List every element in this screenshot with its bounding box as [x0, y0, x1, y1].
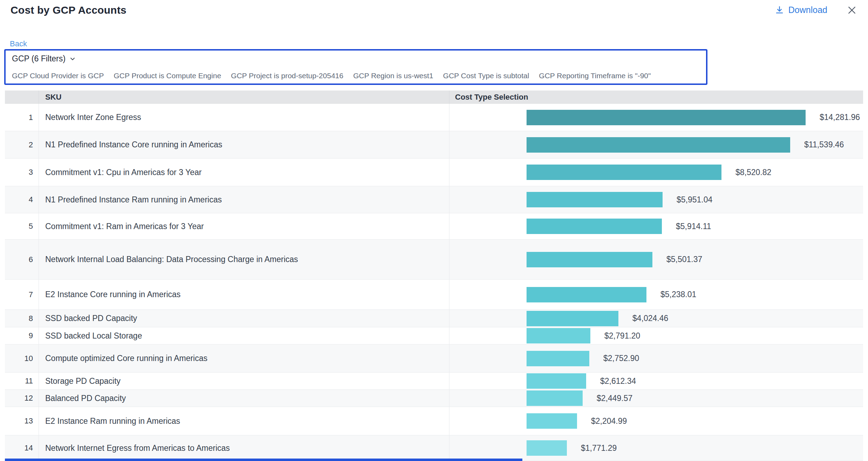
cost-value-label: $5,914.11 [676, 222, 711, 231]
table-row[interactable]: 6Network Internal Load Balancing: Data P… [5, 240, 863, 280]
cost-value-label: $1,771.29 [581, 443, 617, 453]
sku-name: Compute optimized Core running in Americ… [39, 345, 449, 372]
cost-bar-cell: $2,791.20 [449, 327, 863, 344]
cost-value-label: $2,204.99 [591, 416, 627, 426]
table-row[interactable]: 11Storage PD Capacity$2,612.34 [5, 373, 863, 390]
cost-value-label: $11,539.46 [804, 140, 844, 149]
chevron-down-icon [69, 55, 76, 62]
cost-value-label: $2,791.20 [604, 331, 640, 341]
table-row[interactable]: 5Commitment v1: Ram in Americas for 3 Ye… [5, 213, 863, 240]
filter-condition-3: GCP Project is prod-setup-205416 [231, 72, 344, 80]
table-row[interactable]: 1Network Inter Zone Egress$14,281.96 [5, 104, 863, 131]
cost-value-label: $5,951.04 [677, 195, 712, 205]
filter-group-box: GCP (6 Filters) GCP Cloud Provider is GC… [4, 49, 707, 85]
cost-bar[interactable] [527, 413, 577, 429]
cost-bar-cell: $5,914.11 [449, 213, 863, 239]
sku-name: Storage PD Capacity [39, 373, 449, 389]
sku-name: SSD backed PD Capacity [39, 310, 449, 327]
column-header-index [5, 91, 39, 104]
table-row[interactable]: 10Compute optimized Core running in Amer… [5, 345, 863, 373]
cost-value-label: $2,612.34 [600, 376, 636, 386]
cost-bar[interactable] [527, 287, 646, 302]
cost-table: SKU Cost Type Selection 1Network Inter Z… [5, 91, 863, 461]
cost-value-label: $8,520.82 [735, 168, 771, 177]
row-index: 2 [5, 131, 39, 158]
table-row[interactable]: 8SSD backed PD Capacity$4,024.46 [5, 310, 863, 327]
horizontal-scroll-indicator[interactable] [5, 459, 522, 461]
sku-name: E2 Instance Core running in Americas [39, 280, 449, 309]
row-index: 9 [5, 327, 39, 344]
row-index: 1 [5, 104, 39, 131]
cost-value-label: $5,238.01 [660, 290, 696, 299]
cost-bar[interactable] [527, 390, 583, 406]
cost-bar[interactable] [527, 165, 721, 180]
row-index: 14 [5, 435, 39, 461]
cost-bar[interactable] [527, 328, 590, 343]
sku-name: Balanced PD Capacity [39, 390, 449, 407]
back-link[interactable]: Back [10, 39, 27, 48]
sku-name: N1 Predefined Instance Core running in A… [39, 131, 449, 158]
column-header-sku[interactable]: SKU [39, 91, 449, 104]
table-row[interactable]: 14Network Internet Egress from Americas … [5, 435, 863, 461]
cost-bar-cell: $2,612.34 [449, 373, 863, 389]
row-index: 12 [5, 390, 39, 407]
filter-condition-1: GCP Cloud Provider is GCP [12, 72, 104, 80]
cost-bar-cell: $2,204.99 [449, 407, 863, 435]
table-header: SKU Cost Type Selection [5, 91, 863, 104]
table-row[interactable]: 13E2 Instance Ram running in Americas$2,… [5, 407, 863, 435]
cost-bar-cell: $5,501.37 [449, 240, 863, 279]
cost-value-label: $2,752.90 [603, 354, 639, 363]
table-row[interactable]: 3Commitment v1: Cpu in Americas for 3 Ye… [5, 159, 863, 186]
table-row[interactable]: 12Balanced PD Capacity$2,449.57 [5, 390, 863, 407]
filter-group-toggle[interactable]: GCP (6 Filters) [12, 54, 76, 64]
row-index: 13 [5, 407, 39, 435]
table-row[interactable]: 2N1 Predefined Instance Core running in … [5, 131, 863, 159]
cost-bar[interactable] [527, 219, 662, 234]
cost-bar[interactable] [527, 192, 663, 207]
top-actions: Download [775, 5, 857, 15]
row-index: 11 [5, 373, 39, 389]
cost-by-gcp-accounts-panel: Cost by GCP Accounts Download Back GCP (… [0, 0, 868, 461]
column-header-cost-type-selection[interactable]: Cost Type Selection [449, 91, 863, 104]
close-icon [847, 5, 857, 15]
download-label: Download [788, 5, 827, 15]
filter-condition-5: GCP Cost Type is subtotal [443, 72, 529, 80]
cost-bar-cell: $5,238.01 [449, 280, 863, 309]
cost-bar[interactable] [527, 110, 806, 125]
row-index: 3 [5, 159, 39, 186]
sku-name: Network Internal Load Balancing: Data Pr… [39, 240, 449, 279]
close-button[interactable] [847, 5, 857, 15]
filter-conditions: GCP Cloud Provider is GCPGCP Product is … [12, 72, 700, 80]
cost-bar[interactable] [527, 311, 618, 326]
row-index: 10 [5, 345, 39, 372]
cost-bar[interactable] [527, 137, 790, 153]
cost-bar[interactable] [527, 373, 586, 389]
cost-bar-cell: $11,539.46 [449, 131, 863, 158]
table-row[interactable]: 4N1 Predefined Instance Ram running in A… [5, 186, 863, 213]
cost-bar-cell: $14,281.96 [449, 104, 863, 131]
row-index: 5 [5, 213, 39, 239]
sku-name: Commitment v1: Ram in Americas for 3 Yea… [39, 213, 449, 239]
table-row[interactable]: 7E2 Instance Core running in Americas$5,… [5, 280, 863, 310]
cost-bar-cell: $2,752.90 [449, 345, 863, 372]
filter-condition-6: GCP Reporting Timeframe is "-90" [539, 72, 651, 80]
filter-condition-2: GCP Product is Compute Engine [114, 72, 221, 80]
cost-bar[interactable] [527, 440, 567, 456]
cost-bar[interactable] [527, 252, 652, 267]
cost-bar-cell: $8,520.82 [449, 159, 863, 186]
table-row[interactable]: 9SSD backed Local Storage$2,791.20 [5, 327, 863, 345]
cost-value-label: $14,281.96 [820, 113, 860, 122]
cost-bar-cell: $1,771.29 [449, 435, 863, 461]
filter-condition-4: GCP Region is us-west1 [353, 72, 433, 80]
download-button[interactable]: Download [775, 5, 827, 15]
cost-bar-cell: $2,449.57 [449, 390, 863, 407]
page-title: Cost by GCP Accounts [11, 4, 127, 16]
cost-bar-cell: $4,024.46 [449, 310, 863, 327]
filter-group-label: GCP (6 Filters) [12, 54, 66, 64]
cost-value-label: $4,024.46 [632, 314, 668, 323]
sku-name: Network Inter Zone Egress [39, 104, 449, 131]
cost-bar[interactable] [527, 351, 589, 366]
row-index: 4 [5, 186, 39, 213]
row-index: 6 [5, 240, 39, 279]
row-index: 7 [5, 280, 39, 309]
